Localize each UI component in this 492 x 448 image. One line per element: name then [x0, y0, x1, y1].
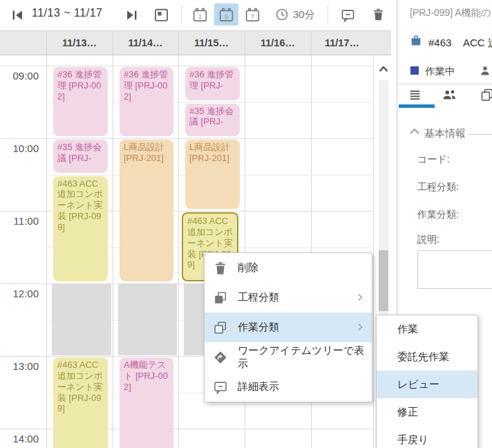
column-header-date[interactable]: 11/16… — [245, 37, 311, 48]
calendar-event[interactable]: #36 進捗管理 [PRJ-002] — [53, 67, 108, 136]
submenu-item-review[interactable]: レビュー — [377, 371, 477, 398]
trash-icon — [213, 261, 228, 276]
trash-icon[interactable] — [371, 6, 386, 23]
lunch-break-block — [52, 284, 111, 355]
menu-item-label: ワークアイテムツリーで表示 — [238, 344, 372, 371]
menu-item-label: 作業分類 — [238, 321, 279, 334]
tab-related-items[interactable] — [480, 88, 492, 102]
submenu-item-rework[interactable]: 手戻り — [377, 426, 477, 448]
field-label-code: コード: — [417, 153, 450, 166]
comment-icon[interactable] — [340, 8, 356, 23]
calendar-event[interactable]: L商品設計 [PRJ-201] — [120, 140, 173, 281]
time-label: 14:00 — [0, 433, 39, 445]
workweek-view-icon[interactable]: 5 — [218, 6, 235, 24]
tab-members[interactable] — [442, 88, 457, 101]
column-header-date[interactable]: 11/14… — [113, 37, 178, 48]
menu-item-process-category[interactable]: 工程分類 — [205, 283, 372, 312]
calendar-event[interactable]: #35 進捗会議 [PRJ- — [53, 140, 108, 173]
submenu-item-label: 手戻り — [397, 433, 428, 447]
toolbar-separator — [181, 6, 182, 24]
submenu-item-label: 修正 — [397, 406, 418, 419]
svg-text:7: 7 — [251, 13, 254, 20]
calendar-event[interactable]: #36 進捗管理 [PRJ- — [185, 67, 240, 100]
workitem-icon — [410, 33, 422, 48]
calendar-event[interactable]: A機能テスト [PRJ-002] — [120, 357, 173, 448]
section-title-basic-info[interactable]: 基本情報 — [424, 127, 466, 140]
field-label-process-category: 工程分類: — [417, 181, 459, 194]
svg-text:1: 1 — [198, 13, 202, 20]
grid-column-line — [373, 55, 374, 448]
submenu-item-label: 作業 — [397, 323, 418, 336]
previous-week-icon[interactable] — [10, 8, 25, 23]
menu-item-label: 削除 — [238, 261, 258, 274]
menu-item-detail-view[interactable]: 詳細表示 — [205, 372, 372, 402]
calendar-event[interactable]: #35 進捗会議 [PRJ- — [185, 104, 240, 137]
panel-title: [PRJ-099] A機能の — [410, 7, 492, 19]
chevron-right-icon — [354, 321, 366, 333]
column-header-date[interactable]: 11/17… — [311, 37, 373, 48]
active-tab-underline — [399, 104, 435, 108]
submenu-item-fix[interactable]: 修正 — [377, 398, 477, 426]
submenu-item-outsourced-work[interactable]: 委託先作業 — [377, 343, 477, 371]
menu-item-label: 詳細表示 — [238, 380, 279, 393]
scheduler-app: 11/13 ~ 11/17 1 5 7 30分 11/13…11/14…11/ — [0, 0, 492, 448]
assignee-icon[interactable] — [479, 64, 491, 77]
calendar-event[interactable]: #463 ACC 追加コンポーネント実装 [PRJ-099] — [53, 357, 108, 448]
menu-item-work-category[interactable]: 作業分類 — [205, 312, 372, 342]
lunch-break-block — [118, 284, 177, 355]
toolbar-separator — [328, 6, 328, 24]
submenu-item-label: レビュー — [397, 378, 439, 391]
grid-hour-line — [0, 66, 373, 66]
grid-hour-line — [0, 138, 373, 139]
section-rule — [468, 134, 492, 135]
detail-view-icon — [213, 380, 228, 395]
menu-item-show-in-workitem-tree[interactable]: ワークアイテムツリーで表示 — [205, 342, 372, 372]
scrollbar-thumb[interactable] — [379, 250, 388, 311]
column-header-date[interactable]: 11/13… — [46, 37, 113, 48]
description-textarea[interactable] — [417, 250, 492, 289]
menu-item-delete[interactable]: 削除 — [205, 253, 372, 283]
grid-column-line — [178, 30, 179, 448]
field-label-work-category: 作業分類: — [417, 209, 459, 221]
status-color-square — [410, 66, 419, 75]
context-menu: 削除 工程分類 作業分類 ワークアイテムツリーで表示 — [204, 252, 372, 402]
time-label: 10:00 — [0, 142, 39, 154]
tab-details[interactable] — [408, 88, 422, 101]
date-range-label: 11/13 ~ 11/17 — [32, 7, 102, 19]
field-label-description: 説明: — [417, 234, 439, 246]
menu-item-label: 工程分類 — [238, 291, 279, 304]
column-header-date[interactable]: 11/15… — [178, 37, 245, 48]
work-category-icon — [213, 320, 228, 335]
grid-column-line — [46, 30, 47, 448]
process-category-icon — [213, 290, 228, 306]
workitem-tree-icon — [213, 350, 228, 365]
workitem-name: ACC 追 — [463, 37, 492, 50]
time-interval-label[interactable]: 30分 — [293, 8, 315, 21]
calendar-event[interactable]: L商品設計 [PRJ-201] — [185, 140, 240, 209]
chevron-up-icon[interactable] — [409, 127, 420, 136]
panel-divider — [397, 84, 492, 84]
grid-column-line — [113, 30, 113, 448]
status-label[interactable]: 作業中 — [425, 65, 455, 78]
time-label: 13:00 — [0, 360, 39, 372]
time-label: 09:00 — [0, 70, 39, 82]
workitem-id: #463 — [428, 37, 451, 48]
work-category-submenu: 作業 委託先作業 レビュー 修正 手戻り — [376, 315, 478, 448]
svg-text:5: 5 — [225, 13, 228, 20]
fullweek-view-icon[interactable]: 7 — [244, 6, 261, 24]
scroll-up-button[interactable] — [377, 55, 390, 80]
day-view-icon[interactable]: 1 — [191, 6, 209, 24]
header-bottom-line — [0, 55, 391, 55]
time-label: 12:00 — [0, 288, 39, 299]
calendar-event[interactable]: #36 進捗管理 [PRJ-002] — [120, 67, 173, 136]
submenu-item-work[interactable]: 作業 — [377, 315, 477, 343]
today-icon[interactable] — [153, 6, 170, 24]
calendar-event[interactable]: #463 ACC 追加コンポーネント実装 [PRJ-099] — [53, 176, 108, 282]
chevron-right-icon — [354, 291, 366, 304]
calendar-header: 11/13…11/14…11/15…11/16…11/17… — [0, 30, 391, 55]
calendar-toolbar: 11/13 ~ 11/17 1 5 7 30分 — [0, 0, 397, 30]
submenu-item-label: 委託先作業 — [397, 351, 449, 364]
next-week-icon[interactable] — [124, 8, 140, 23]
clock-icon — [274, 7, 290, 22]
time-label: 11:00 — [0, 215, 39, 227]
